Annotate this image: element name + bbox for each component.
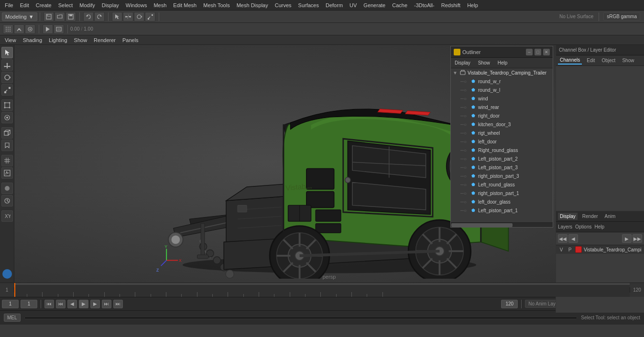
menu-mesh-tools[interactable]: Mesh Tools (200, 1, 232, 9)
outliner-menu-show[interactable]: Show (476, 59, 492, 66)
menu-display[interactable]: Display (99, 1, 122, 9)
outliner-item[interactable]: ─○ ⬟ Left_piston_part_2 (451, 154, 553, 163)
channel-tab-channels[interactable]: Channels (558, 56, 582, 65)
menu-file[interactable]: File (2, 1, 16, 9)
bookmarks-btn[interactable] (1, 140, 13, 151)
outliner-item[interactable]: ─○ ⬟ left_door_glass (451, 197, 553, 206)
uv-editor-btn[interactable] (1, 167, 13, 179)
range-end-field[interactable] (501, 300, 518, 308)
command-input[interactable] (24, 316, 578, 319)
panel-menu-renderer[interactable]: Renderer (91, 36, 119, 44)
play-end-btn[interactable]: ⏭ (102, 300, 111, 308)
outliner-tree[interactable]: ▼ Vistabule_Teardrop_Camping_Trailer ─○ … (451, 68, 553, 222)
nav-first-btn[interactable]: ◀◀ (558, 234, 568, 243)
layer-entry[interactable]: V P Vistabule_Teardrop_Campi (556, 245, 644, 254)
outliner-item[interactable]: ─○ ⬟ right_piston_part_1 (451, 189, 553, 197)
snap-curve-btn[interactable] (14, 24, 24, 34)
play-beginning-btn[interactable]: ⏮ (44, 300, 54, 308)
outliner-item[interactable]: ─○ ⬟ kitchen_door_3 (451, 120, 553, 129)
grid-btn[interactable] (1, 155, 13, 166)
select-mode-btn[interactable] (1, 47, 13, 58)
menu-cache[interactable]: Cache (389, 1, 410, 9)
current-frame-field[interactable] (21, 300, 37, 308)
menu-surfaces[interactable]: Surfaces (295, 1, 322, 9)
outliner-close-btn[interactable]: ✕ (543, 49, 550, 55)
outliner-root-node[interactable]: ▼ Vistabule_Teardrop_Camping_Trailer (451, 68, 553, 77)
obj-mode-btn[interactable] (1, 183, 13, 194)
nav-prev-btn[interactable]: ◀ (568, 234, 578, 243)
play-forward-btn[interactable]: ▶ (79, 300, 88, 308)
start-frame-field[interactable] (2, 300, 19, 308)
outliner-hscrollbar[interactable] (451, 222, 553, 227)
channel-tab-show[interactable]: Show (620, 57, 636, 64)
menu-edit-mesh[interactable]: Edit Mesh (170, 1, 199, 9)
open-scene-btn[interactable] (55, 12, 65, 22)
play-prev-frame-btn[interactable]: ◀ (67, 300, 77, 308)
nav-next-btn[interactable]: ▶ (622, 234, 632, 243)
menu-uv[interactable]: UV (347, 1, 360, 9)
nav-last-btn[interactable]: ▶▶ (633, 234, 642, 243)
outliner-item[interactable]: ─○ ⬟ Right_round_glass (451, 146, 553, 154)
outliner-minimize-btn[interactable]: – (526, 49, 533, 55)
select-tool-btn[interactable] (112, 12, 122, 22)
menu-select[interactable]: Select (55, 1, 76, 9)
gamma-dropdown[interactable]: sRGB gamma (603, 12, 640, 21)
outliner-item[interactable]: ─○ ⬟ Left_piston_part_3 (451, 163, 553, 172)
outliner-item[interactable]: ─○ ⬟ Left_piston_part_1 (451, 206, 553, 215)
play-end2-btn[interactable]: ⏭ (113, 300, 123, 308)
mel-tag[interactable]: MEL (4, 314, 21, 322)
outliner-item[interactable]: ─○ ⬟ left_door (451, 137, 553, 146)
panel-menu-panels[interactable]: Panels (120, 36, 142, 44)
outliner-item[interactable]: ─○ ⬟ right_door (451, 111, 553, 120)
maya-coord-btn[interactable]: XYZ (1, 210, 13, 222)
outliner-item[interactable]: ─○ ⬟ wind_rear (451, 103, 553, 111)
layers-subtab[interactable]: Layers (558, 224, 572, 229)
menu-deform[interactable]: Deform (323, 1, 346, 9)
menu-windows[interactable]: Windows (123, 1, 150, 9)
move-tool-btn[interactable] (123, 12, 133, 22)
outliner-item[interactable]: ─○ ⬟ Left_round_glass (451, 180, 553, 189)
menu-3dto[interactable]: -3DtoAll- (411, 1, 437, 9)
help-subtab[interactable]: Help (594, 224, 604, 229)
channel-tab-object[interactable]: Object (600, 57, 618, 64)
rotate-mode-btn[interactable] (1, 72, 13, 83)
outliner-item[interactable]: ─○ ⬟ wind (451, 94, 553, 103)
timeline[interactable]: 1 51015202530354045505560657075808590951… (0, 283, 644, 297)
save-scene-btn[interactable] (65, 12, 76, 22)
menu-help[interactable]: Help (464, 1, 481, 9)
channel-tab-edit[interactable]: Edit (585, 57, 597, 64)
outliner-menu-display[interactable]: Display (453, 59, 472, 66)
snap-point-btn[interactable] (25, 24, 35, 34)
outliner-item[interactable]: ─○ ⬟ rigt_wheel (451, 129, 553, 137)
menu-redshift[interactable]: Redshift (438, 1, 463, 9)
panel-menu-lighting[interactable]: Lighting (46, 36, 70, 44)
snap-grid-btn[interactable] (3, 24, 13, 34)
menu-mesh[interactable]: Mesh (151, 1, 169, 9)
menu-mesh-display[interactable]: Mesh Display (234, 1, 271, 9)
undo-btn[interactable] (83, 12, 94, 22)
outliner-item[interactable]: ─○ ⬟ round_w_l (451, 86, 553, 94)
display-tab-display[interactable]: Display (558, 213, 578, 220)
menu-edit[interactable]: Edit (17, 1, 32, 9)
panel-menu-shading[interactable]: Shading (20, 36, 45, 44)
outliner-item[interactable]: ─○ ⬟ right_piston_part_3 (451, 172, 553, 180)
play-next-frame-btn[interactable]: ▶ (90, 300, 100, 308)
render-view-btn[interactable] (54, 24, 64, 34)
outliner-item[interactable]: ─○ ⬟ round_w_r (451, 77, 553, 86)
layer-v-btn[interactable]: V (558, 247, 565, 252)
menu-generate[interactable]: Generate (360, 1, 388, 9)
new-scene-btn[interactable] (44, 12, 54, 22)
playhead[interactable] (14, 283, 15, 297)
modeling-mode-dropdown[interactable]: Modeling ▼ (2, 12, 37, 21)
paint-btn[interactable] (1, 112, 13, 123)
history-btn[interactable] (1, 195, 13, 207)
panel-menu-show[interactable]: Show (71, 36, 90, 44)
play-step-back-btn[interactable]: ⏮ (56, 300, 65, 308)
timeline-ruler[interactable]: 5101520253035404550556065707580859095100… (14, 283, 630, 297)
redo-btn[interactable] (94, 12, 105, 22)
menu-curves[interactable]: Curves (272, 1, 295, 9)
rotate-tool-btn[interactable] (134, 12, 144, 22)
options-subtab[interactable]: Options (575, 224, 591, 229)
outliner-menu-help[interactable]: Help (496, 59, 510, 66)
menu-modify[interactable]: Modify (76, 1, 98, 9)
